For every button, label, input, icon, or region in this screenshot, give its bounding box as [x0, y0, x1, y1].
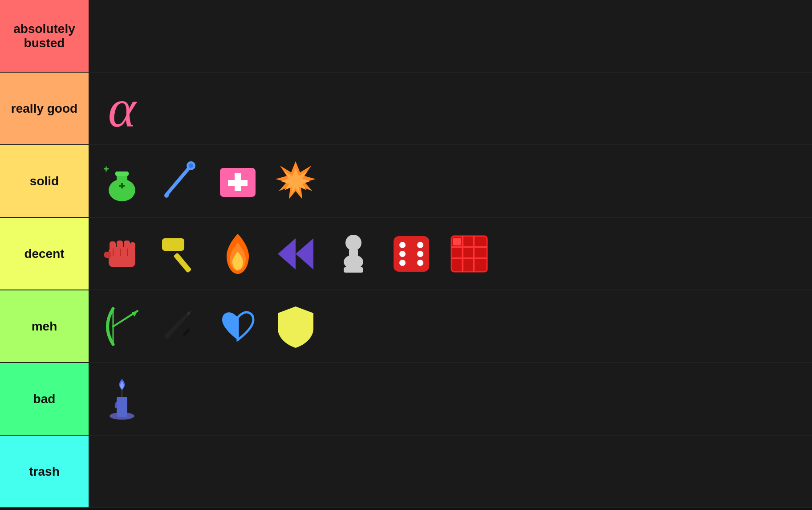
svg-rect-53	[117, 397, 127, 417]
item-alpha[interactable]: α	[95, 82, 149, 135]
svg-rect-19	[130, 242, 135, 250]
svg-point-36	[417, 251, 423, 257]
svg-point-35	[399, 251, 406, 257]
tier-list: absolutely busted really good α solid	[0, 0, 812, 508]
tier-label-meh: meh	[0, 290, 89, 362]
item-pawn[interactable]	[327, 227, 380, 281]
tier-row-meh: meh	[0, 290, 812, 363]
item-candle[interactable]	[95, 372, 149, 426]
item-fist[interactable]	[95, 227, 149, 281]
alpha-icon: α	[108, 82, 136, 135]
svg-rect-20	[104, 252, 111, 258]
item-heart[interactable]	[211, 300, 264, 353]
svg-marker-27	[296, 238, 313, 269]
tier-label-bad: bad	[0, 363, 89, 435]
tier-row-solid: solid +	[0, 145, 812, 218]
tier-row-absolutely-busted: absolutely busted	[0, 0, 812, 73]
svg-text:+: +	[103, 163, 109, 175]
flame-icon	[215, 232, 260, 276]
item-hammer[interactable]	[153, 227, 207, 281]
tier-label-decent: decent	[0, 218, 89, 290]
svg-rect-24	[173, 252, 191, 273]
item-explosion[interactable]	[269, 155, 322, 208]
pawn-icon	[331, 232, 376, 276]
tier-label-trash: trash	[0, 436, 89, 507]
item-gadget[interactable]	[443, 227, 496, 281]
item-bow[interactable]	[95, 300, 149, 353]
item-medkit[interactable]	[211, 155, 264, 208]
svg-point-7	[164, 193, 169, 198]
hammer-icon	[158, 232, 202, 276]
svg-point-28	[345, 235, 361, 251]
tier-row-really-good: really good α	[0, 73, 812, 145]
gadget-icon	[447, 232, 491, 276]
svg-rect-31	[344, 267, 363, 273]
tier-content-absolutely-busted	[89, 0, 812, 72]
tier-content-really-good: α	[89, 73, 812, 144]
item-rewind[interactable]	[269, 227, 322, 281]
tier-row-bad: bad	[0, 363, 812, 436]
item-dagger[interactable]	[153, 300, 207, 353]
svg-point-30	[344, 255, 363, 269]
potion-icon: +	[100, 159, 144, 204]
svg-point-37	[399, 260, 406, 266]
item-flame[interactable]	[211, 227, 264, 281]
item-dice[interactable]	[385, 227, 438, 281]
fist-icon	[100, 232, 144, 276]
rewind-icon	[273, 232, 318, 276]
bow-icon	[100, 304, 144, 349]
explosion-icon	[273, 159, 318, 204]
tier-row-decent: decent	[0, 218, 812, 290]
dice-icon	[389, 232, 434, 276]
svg-rect-44	[453, 238, 461, 245]
tier-row-trash: trash	[0, 436, 812, 508]
dagger-icon	[158, 304, 202, 349]
svg-rect-25	[162, 238, 184, 251]
tier-content-decent	[89, 218, 812, 290]
svg-line-6	[166, 166, 191, 195]
item-potion[interactable]: +	[95, 155, 149, 208]
tier-label-solid: solid	[0, 145, 89, 217]
tier-label-absolutely-busted: absolutely busted	[0, 0, 89, 72]
pin-icon	[158, 159, 202, 204]
shield-icon	[273, 304, 318, 349]
tier-label-really-good: really good	[0, 73, 89, 144]
candle-icon	[100, 377, 144, 421]
heart-icon	[215, 304, 260, 349]
tier-content-solid: +	[89, 145, 812, 217]
medkit-icon	[215, 159, 260, 204]
svg-point-33	[399, 242, 406, 248]
svg-point-9	[189, 163, 193, 168]
item-pin[interactable]	[153, 155, 207, 208]
svg-rect-51	[186, 333, 195, 343]
svg-rect-12	[228, 180, 248, 186]
svg-rect-32	[394, 236, 429, 272]
tier-content-bad	[89, 363, 812, 435]
svg-point-34	[417, 242, 423, 248]
tier-content-trash	[89, 436, 812, 507]
svg-point-38	[417, 260, 423, 266]
svg-marker-48	[164, 313, 189, 340]
svg-rect-4	[121, 183, 123, 188]
svg-rect-2	[115, 171, 129, 176]
tier-content-meh	[89, 290, 812, 362]
svg-marker-26	[278, 238, 296, 269]
item-shield[interactable]	[269, 300, 322, 353]
